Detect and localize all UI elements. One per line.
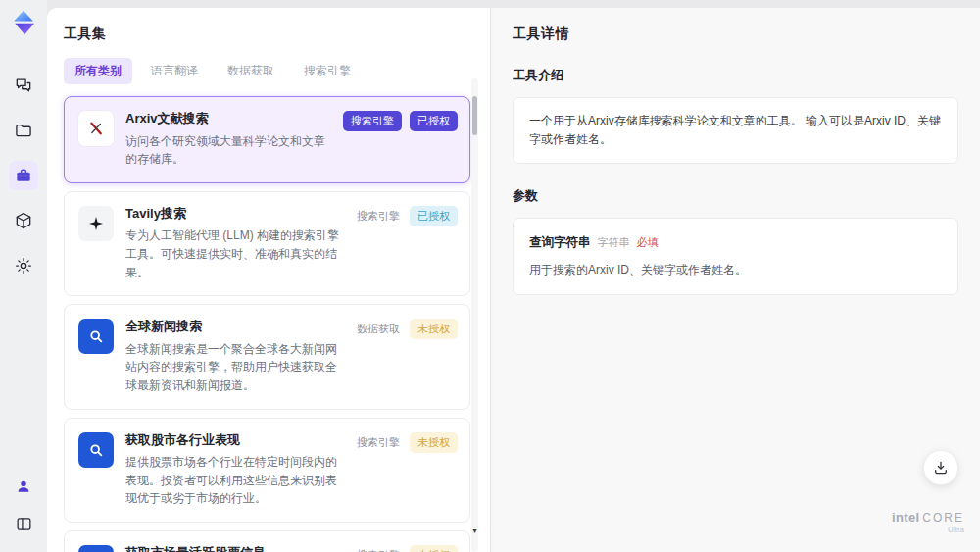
- download-button[interactable]: [923, 450, 958, 485]
- scrollbar-thumb[interactable]: [472, 96, 477, 135]
- tool-title: 获取股市各行业表现: [125, 430, 343, 448]
- params-heading: 参数: [513, 187, 958, 205]
- tool-description: 全球新闻搜索是一个聚合全球各大新闻网站内容的搜索引擎，帮助用户快速获取全球最新资…: [125, 340, 343, 395]
- magnifier-icon: [78, 545, 114, 552]
- cube-icon: [14, 211, 33, 230]
- arxiv-icon: [78, 111, 114, 146]
- sidebar: [0, 0, 47, 552]
- sidebar-item-toolbox[interactable]: [9, 161, 38, 190]
- tab-search[interactable]: 搜索引擎: [293, 58, 362, 84]
- tools-section: 工具集 所有类别语言翻译数据获取搜索引擎 Arxiv文献搜索 访问各个研究领域大…: [47, 8, 490, 552]
- tool-list: Arxiv文献搜索 访问各个研究领域大量科学论文和文章的存储库。 搜索引擎 已授…: [64, 96, 470, 552]
- chat-icon: [14, 75, 33, 95]
- tool-description: 提供股票市场各个行业在特定时间段内的表现。投资者可以利用这些信息来识别表现优于或…: [125, 453, 343, 508]
- intro-box: 一个用于从Arxiv存储库搜索科学论文和文章的工具。 输入可以是Arxiv ID…: [513, 97, 958, 164]
- tool-auth-badge: 未授权: [410, 545, 458, 552]
- param-required-badge: 必填: [637, 234, 659, 252]
- sidebar-item-plugins[interactable]: [9, 206, 38, 235]
- details-title: 工具详情: [513, 25, 958, 43]
- tool-card[interactable]: 全球新闻搜索 全球新闻搜索是一个聚合全球各大新闻网站内容的搜索引擎，帮助用户快速…: [64, 304, 470, 409]
- tool-category-tag: 搜索引擎: [355, 206, 402, 226]
- scrollbar-down-arrow[interactable]: ▼: [471, 527, 478, 534]
- param-description: 用于搜索的Arxiv ID、关键字或作者姓名。: [529, 261, 942, 279]
- sidebar-item-folder[interactable]: [9, 116, 38, 145]
- tool-auth-badge: 未授权: [410, 319, 458, 339]
- magnifier-icon: [78, 432, 114, 468]
- page-title: 工具集: [64, 25, 490, 43]
- sidebar-item-panel-toggle[interactable]: [9, 509, 38, 538]
- tool-title: 全球新闻搜索: [125, 317, 343, 334]
- app-window: 工具集 所有类别语言翻译数据获取搜索引擎 Arxiv文献搜索 访问各个研究领域大…: [0, 0, 980, 552]
- sidebar-item-settings[interactable]: [9, 251, 38, 280]
- list-scrollbar[interactable]: ▼: [471, 78, 478, 552]
- sidebar-item-chat[interactable]: [9, 71, 38, 100]
- magnifier-icon: [78, 319, 114, 354]
- tab-data[interactable]: 数据获取: [217, 58, 285, 84]
- tool-category-tag: 数据获取: [355, 319, 402, 339]
- brand-intel-text: intel: [892, 510, 919, 525]
- tool-title: 获取市场最活跃股票信息: [125, 543, 343, 552]
- sparkle-icon: [78, 206, 114, 241]
- category-tabs: 所有类别语言翻译数据获取搜索引擎: [64, 58, 490, 84]
- panels-icon: [15, 515, 33, 533]
- sidebar-nav: [9, 71, 38, 280]
- param-type: 字符串: [598, 234, 630, 252]
- intel-core-logo: intel CORE Ultra: [892, 510, 964, 534]
- brand-sub-text: Ultra: [892, 526, 964, 534]
- tool-description: 访问各个研究领域大量科学论文和文章的存储库。: [125, 132, 331, 169]
- app-logo[interactable]: [9, 8, 38, 37]
- tool-category-tag: 搜索引擎: [355, 432, 402, 453]
- gear-icon: [14, 256, 33, 276]
- tool-description: 专为人工智能代理 (LLM) 构建的搜索引擎工具。可快速提供实时、准确和真实的结…: [125, 226, 343, 281]
- main-panel: 工具集 所有类别语言翻译数据获取搜索引擎 Arxiv文献搜索 访问各个研究领域大…: [47, 8, 980, 552]
- tool-card[interactable]: Arxiv文献搜索 访问各个研究领域大量科学论文和文章的存储库。 搜索引擎 已授…: [64, 96, 470, 183]
- tool-card[interactable]: 获取股市各行业表现 提供股票市场各个行业在特定时间段内的表现。投资者可以利用这些…: [64, 418, 470, 523]
- intro-heading: 工具介绍: [513, 67, 958, 84]
- tab-all[interactable]: 所有类别: [64, 58, 132, 84]
- tool-title: Arxiv文献搜索: [125, 109, 331, 126]
- tool-auth-badge: 未授权: [410, 432, 458, 453]
- folder-icon: [14, 121, 33, 140]
- user-icon: [15, 477, 32, 495]
- param-box: 查询字符串 字符串 必填 用于搜索的Arxiv ID、关键字或作者姓名。: [513, 218, 958, 294]
- sidebar-bottom: [9, 472, 38, 538]
- tab-translate[interactable]: 语言翻译: [140, 58, 209, 84]
- tool-auth-badge: 已授权: [410, 111, 458, 131]
- brand-core-text: CORE: [922, 511, 964, 525]
- tool-details-section: 工具详情 工具介绍 一个用于从Arxiv存储库搜索科学论文和文章的工具。 输入可…: [490, 8, 980, 552]
- download-icon: [932, 459, 950, 477]
- logo-icon: [10, 9, 37, 36]
- tool-card[interactable]: Tavily搜索 专为人工智能代理 (LLM) 构建的搜索引擎工具。可快速提供实…: [64, 191, 470, 296]
- tool-category-tag: 搜索引擎: [343, 111, 402, 131]
- briefcase-icon: [14, 166, 33, 185]
- sidebar-item-user[interactable]: [9, 472, 38, 501]
- tool-title: Tavily搜索: [125, 204, 343, 222]
- tool-card[interactable]: 获取市场最活跃股票信息 提供当天交易量最高的股票列表，投资者可以利用这些信息来识…: [64, 530, 470, 552]
- tool-category-tag: 搜索引擎: [355, 545, 402, 552]
- param-name: 查询字符串: [529, 232, 591, 252]
- tool-auth-badge: 已授权: [410, 206, 458, 226]
